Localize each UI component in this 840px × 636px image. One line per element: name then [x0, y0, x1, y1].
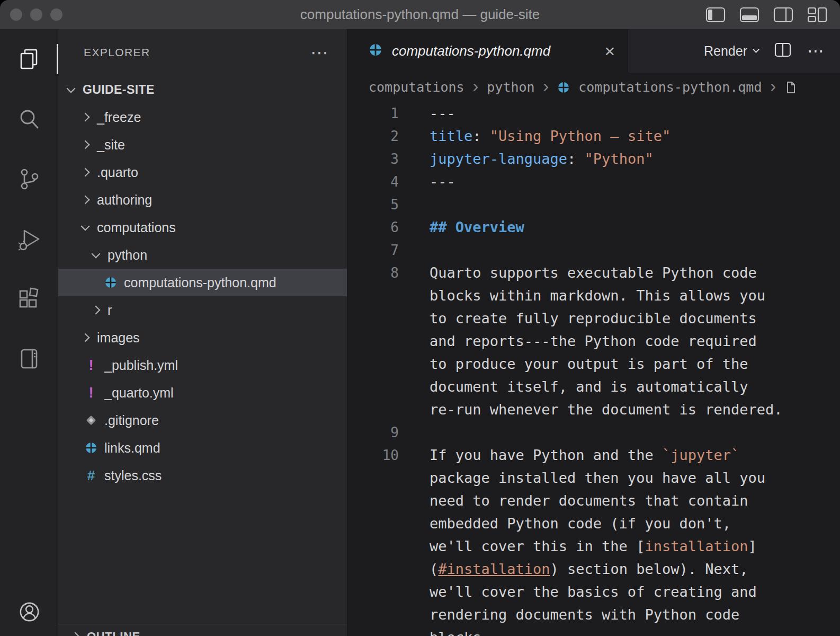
breadcrumb-computations[interactable]: computations: [369, 80, 464, 95]
tree-item-images[interactable]: images: [58, 324, 347, 351]
tree-item-.quarto[interactable]: .quarto: [58, 158, 347, 186]
toggle-secondary-sidebar-icon[interactable]: [773, 7, 793, 25]
code-line[interactable]: 9: [347, 421, 840, 444]
tree-item-GUIDE-SITE[interactable]: GUIDE-SITE: [58, 76, 347, 103]
code-line[interactable]: package installed then you have all you: [347, 466, 840, 489]
tree-item-python[interactable]: python: [58, 241, 347, 269]
render-button[interactable]: Render: [704, 43, 758, 59]
code-line[interactable]: re-run whenever the document is rendered…: [347, 398, 840, 421]
breadcrumb-separator-icon: ›: [770, 76, 776, 96]
code-line[interactable]: 2title: "Using Python — site": [347, 125, 840, 147]
tree-item-label: _freeze: [97, 110, 141, 125]
chevron-right-icon[interactable]: [81, 140, 90, 149]
tab-computations-python-qmd[interactable]: computations-python.qmd ×: [347, 29, 628, 73]
line-number[interactable]: 4: [347, 174, 399, 190]
chevron-right-icon[interactable]: [81, 113, 90, 122]
line-number[interactable]: 1: [347, 105, 399, 121]
line-number[interactable]: 2: [347, 128, 399, 144]
code-line[interactable]: 3jupyter-language: "Python": [347, 147, 840, 170]
code-line[interactable]: document itself, and is automatically: [347, 375, 840, 398]
chevron-down-icon[interactable]: [67, 84, 76, 93]
chevron-down-icon[interactable]: [92, 249, 101, 258]
line-number[interactable]: 5: [347, 197, 399, 213]
line-number[interactable]: 9: [347, 425, 399, 440]
tree-item-links.qmd[interactable]: links.qmd: [58, 434, 347, 462]
activity-source-control-source-control-icon[interactable]: [0, 149, 58, 209]
close-window-button[interactable]: [10, 8, 22, 21]
code-line[interactable]: blocks.: [347, 626, 840, 636]
code-text: document itself, and is automatically: [430, 378, 748, 395]
customize-layout-icon[interactable]: [807, 7, 827, 25]
code-line[interactable]: to create fully reproducible documents: [347, 307, 840, 330]
toggle-panel-icon[interactable]: [739, 7, 759, 25]
code-line[interactable]: and reports---the Python code required: [347, 330, 840, 352]
tree-item-_freeze[interactable]: _freeze: [58, 103, 347, 131]
editor-actions: Render ⋯: [704, 29, 840, 73]
tree-item-label: r: [108, 303, 112, 318]
line-number[interactable]: 10: [347, 447, 399, 463]
outline-section-header[interactable]: OUTLINE: [58, 624, 347, 636]
qmd-file-icon: [557, 81, 570, 94]
code-editor[interactable]: 1---2title: "Using Python — site"3jupyte…: [347, 102, 840, 636]
toggle-primary-sidebar-icon[interactable]: [705, 7, 726, 25]
code-line[interactable]: embedded Python code (if you don't,: [347, 512, 840, 535]
code-line[interactable]: to produce your output is part of the: [347, 352, 840, 375]
tree-item-_quarto.yml[interactable]: !_quarto.yml: [58, 379, 347, 407]
minimize-window-button[interactable]: [30, 8, 42, 21]
line-number[interactable]: 6: [347, 219, 399, 235]
chevron-right-icon[interactable]: [81, 196, 90, 205]
zoom-window-button[interactable]: [50, 8, 62, 21]
code-line[interactable]: 1---: [347, 102, 840, 125]
code-line[interactable]: blocks within markdown. This allows you: [347, 284, 840, 307]
tree-item-.gitignore[interactable]: .gitignore: [58, 407, 347, 434]
editor-group: computations-python.qmd × Render ⋯ compu…: [347, 29, 840, 636]
activity-notebook-notebook-icon[interactable]: [0, 329, 58, 388]
code-line[interactable]: we'll cover this in the [installation]: [347, 535, 840, 558]
tree-item-_publish.yml[interactable]: !_publish.yml: [58, 351, 347, 379]
chevron-right-icon[interactable]: [81, 168, 90, 177]
code-line[interactable]: we'll cover the basics of creating and: [347, 580, 840, 603]
editor-more-actions-icon[interactable]: ⋯: [807, 48, 825, 54]
activity-run-and-debug-run-debug-icon[interactable]: [0, 209, 58, 269]
code-line[interactable]: 7: [347, 238, 840, 261]
code-text: (#installation) section below). Next,: [430, 561, 748, 577]
activity-extensions-extensions-icon[interactable]: [0, 269, 58, 329]
code-line[interactable]: need to render documents that contain: [347, 489, 840, 512]
quarto-file-icon: [369, 43, 382, 59]
code-line[interactable]: 4---: [347, 170, 840, 193]
activity-explorer-files-icon[interactable]: [0, 29, 58, 89]
line-number[interactable]: 7: [347, 242, 399, 258]
explorer-sidebar: EXPLORER ⋯ GUIDE-SITE_freeze_site.quarto…: [58, 29, 347, 636]
code-text: blocks.: [430, 629, 490, 636]
code-line[interactable]: rendering documents with Python code: [347, 603, 840, 626]
tree-item-computations-python.qmd[interactable]: computations-python.qmd: [58, 269, 347, 296]
code-text: ---: [430, 105, 455, 121]
sidebar-more-actions-icon[interactable]: ⋯: [310, 50, 329, 55]
file-tree: GUIDE-SITE_freeze_site.quartoauthoringco…: [58, 76, 347, 489]
tree-item-label: .gitignore: [104, 413, 159, 428]
tree-item-label: GUIDE-SITE: [83, 83, 155, 97]
breadcrumb-computations-python.qmd[interactable]: computations-python.qmd: [578, 80, 762, 95]
account-icon[interactable]: [0, 599, 58, 624]
chevron-right-icon[interactable]: [92, 306, 101, 315]
activity-search-search-icon[interactable]: [0, 89, 58, 149]
chevron-down-icon[interactable]: [81, 222, 90, 231]
code-text: we'll cover the basics of creating and: [430, 584, 757, 600]
breadcrumb-python[interactable]: python: [487, 80, 534, 95]
code-line[interactable]: 6## Overview: [347, 216, 840, 238]
tab-close-icon[interactable]: ×: [604, 42, 615, 60]
split-editor-icon[interactable]: [774, 42, 791, 59]
code-line[interactable]: 5: [347, 193, 840, 216]
line-number[interactable]: 3: [347, 151, 399, 167]
tree-item-r[interactable]: r: [58, 296, 347, 324]
tree-item-computations[interactable]: computations: [58, 214, 347, 241]
chevron-right-icon[interactable]: [81, 333, 90, 342]
tab-label: computations-python.qmd: [392, 43, 550, 59]
line-number[interactable]: 8: [347, 265, 399, 281]
code-line[interactable]: 10If you have Python and the `jupyter`: [347, 444, 840, 466]
tree-item-_site[interactable]: _site: [58, 131, 347, 158]
code-line[interactable]: (#installation) section below). Next,: [347, 558, 840, 580]
tree-item-authoring[interactable]: authoring: [58, 186, 347, 214]
tree-item-styles.css[interactable]: #styles.css: [58, 462, 347, 489]
code-line[interactable]: 8Quarto supports executable Python code: [347, 261, 840, 284]
